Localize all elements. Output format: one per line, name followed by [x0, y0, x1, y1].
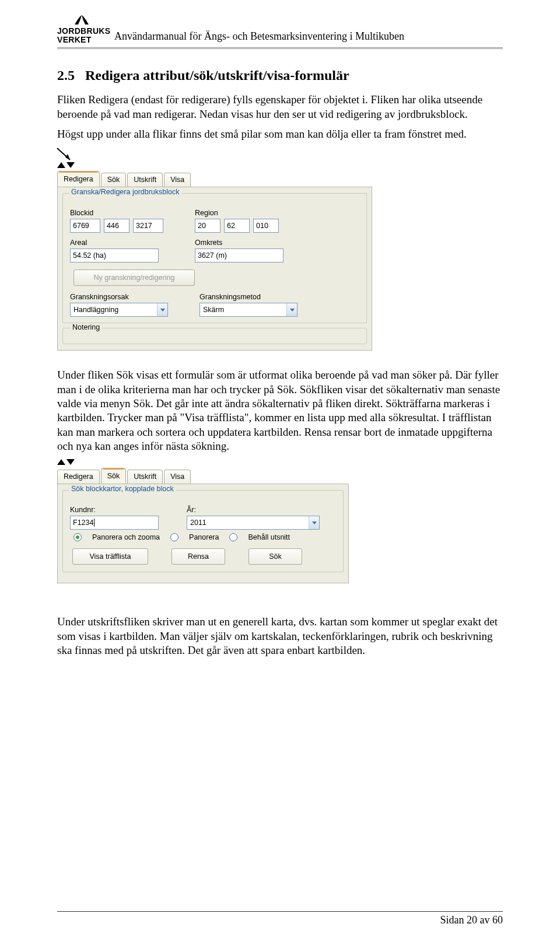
svg-marker-3	[66, 162, 75, 168]
areal-field[interactable]: 54.52 (ha)	[70, 249, 159, 262]
logo-leaf-icon	[72, 14, 91, 26]
header-title: Användarmanual för Ängs- och Betesmarksi…	[114, 30, 404, 44]
notering-group: Notering	[62, 328, 367, 344]
svg-marker-4	[57, 459, 65, 465]
chevron-down-icon	[157, 303, 167, 316]
radio-label-2: Panorera	[189, 533, 219, 541]
radio-panorera-zooma[interactable]	[74, 533, 82, 541]
label-ar: År:	[187, 506, 320, 514]
svg-marker-1	[65, 154, 70, 160]
ar-combo[interactable]: 2011	[187, 516, 320, 530]
logo-text-2: VERKET	[57, 36, 106, 44]
granskningsmetod-value: Skärm	[203, 306, 224, 314]
region-field-3[interactable]: 010	[253, 219, 279, 233]
sok-button[interactable]: Sök	[249, 548, 302, 565]
paragraph-1: Fliken Redigera (endast för redigerare) …	[57, 93, 503, 121]
tab-sok[interactable]: Sök	[101, 468, 127, 484]
page-header: JORDBRUKS VERKET Användarmanual för Ängs…	[57, 14, 503, 49]
blockid-field-2[interactable]: 446	[104, 219, 130, 233]
section-number: 2.5	[57, 68, 75, 83]
paragraph-2: Högst upp under alla flikar finns det sm…	[57, 127, 503, 141]
radio-label-3: Behåll utsnitt	[248, 533, 290, 541]
rensa-button[interactable]: Rensa	[172, 548, 225, 565]
kundnr-field[interactable]: F1234	[70, 516, 159, 530]
logo-text-1: JORDBRUKS	[57, 27, 106, 36]
pin-collapse-icon[interactable]	[57, 459, 65, 465]
tab-visa[interactable]: Visa	[164, 173, 191, 187]
tab-utskrift[interactable]: Utskrift	[127, 470, 163, 484]
text-caret-icon	[94, 519, 94, 527]
label-omkrets: Omkrets	[195, 239, 284, 247]
section-title: Redigera attribut/sök/utskrift/visa-form…	[85, 68, 349, 83]
tab-redigera[interactable]: Redigera	[57, 171, 100, 187]
blockid-field-3[interactable]: 3217	[133, 219, 163, 233]
radio-behall-utsnitt[interactable]	[229, 533, 237, 541]
groupbox-title-sok: Sök blockkartor, kopplade block	[69, 485, 176, 493]
new-review-button[interactable]: Ny granskning/redigering	[74, 270, 195, 286]
tab-redigera[interactable]: Redigera	[57, 470, 100, 484]
section-heading: 2.5Redigera attribut/sök/utskrift/visa-f…	[57, 68, 503, 83]
svg-marker-5	[66, 459, 75, 465]
blockid-field-1[interactable]: 6769	[70, 219, 100, 233]
chevron-down-icon	[309, 516, 319, 529]
screenshot-redigera-panel: Redigera Sök Utskrift Visa Granska/Redig…	[57, 162, 384, 351]
label-blockid: Blockid	[70, 209, 163, 217]
granskningsorsak-value: Handläggning	[74, 306, 118, 314]
label-notering: Notering	[70, 323, 102, 331]
label-areal: Areal	[70, 239, 163, 247]
tab-sok[interactable]: Sök	[101, 173, 127, 187]
chevron-down-icon	[286, 303, 297, 316]
groupbox-title: Granska/Redigera jordbruksblock	[69, 188, 182, 196]
logo: JORDBRUKS VERKET	[57, 14, 106, 44]
paragraph-3: Under fliken Sök visas ett formulär som …	[57, 368, 503, 453]
omkrets-field[interactable]: 3627 (m)	[195, 249, 284, 262]
label-granskningsmetod: Granskningsmetod	[200, 293, 298, 301]
label-kundnr: Kundnr:	[70, 506, 159, 514]
granskningsmetod-combo[interactable]: Skärm	[200, 303, 298, 317]
ar-value: 2011	[190, 519, 206, 527]
pin-expand-icon[interactable]	[66, 162, 75, 168]
visa-trafflista-button[interactable]: Visa träfflista	[72, 548, 148, 565]
paragraph-4: Under utskriftsfliken skriver man ut en …	[57, 615, 503, 657]
pin-collapse-icon[interactable]	[57, 162, 65, 168]
tab-utskrift[interactable]: Utskrift	[127, 173, 163, 187]
label-region: Region	[195, 209, 284, 217]
tab-visa[interactable]: Visa	[164, 470, 191, 484]
page-footer: Sidan 20 av 60	[57, 911, 503, 926]
granskningsorsak-combo[interactable]: Handläggning	[70, 303, 168, 317]
svg-marker-2	[57, 162, 65, 168]
kundnr-value: F1234	[73, 519, 93, 527]
radio-panorera[interactable]	[170, 533, 178, 541]
pin-expand-icon[interactable]	[66, 459, 75, 465]
region-field-2[interactable]: 62	[224, 219, 250, 233]
region-field-1[interactable]: 20	[195, 219, 220, 233]
callout-arrow-icon	[55, 147, 90, 162]
radio-label-1: Panorera och zooma	[92, 533, 160, 541]
screenshot-sok-panel: Redigera Sök Utskrift Visa Sök blockkart…	[57, 459, 384, 583]
label-granskningsorsak: Granskningsorsak	[70, 293, 168, 301]
